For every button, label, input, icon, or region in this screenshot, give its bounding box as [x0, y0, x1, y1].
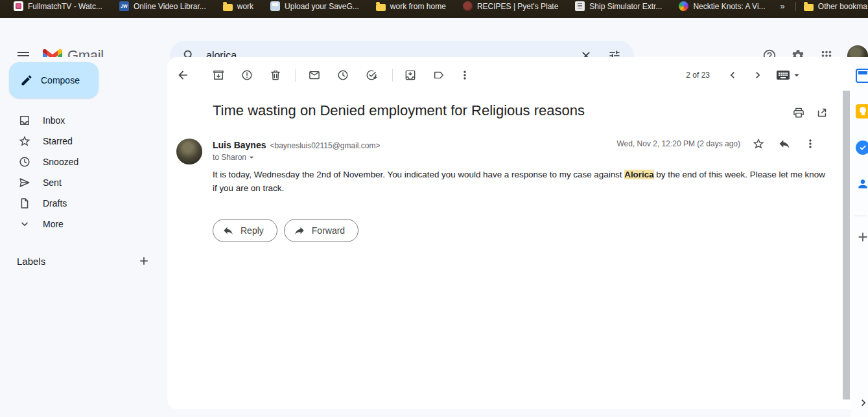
move-to-button[interactable] [397, 62, 423, 88]
envelope-icon [308, 69, 321, 82]
recipient-text: to Sharon [213, 153, 246, 162]
forward-button[interactable]: Forward [284, 219, 358, 242]
tasks-icon[interactable] [856, 141, 868, 155]
newer-email-button[interactable] [720, 62, 745, 88]
more-vert-icon [458, 69, 471, 82]
trash-icon [269, 69, 282, 82]
browser-bookmarks-bar: FullmatchTV - Watc... JW Online Video Li… [0, 0, 868, 18]
bookmark-label: Necktie Knots: A Vi... [693, 2, 765, 11]
reply-arrow-icon [222, 225, 234, 236]
star-message-button[interactable] [745, 131, 771, 157]
labels-section-header: Labels [0, 248, 167, 274]
sidebar-item-starred[interactable]: Starred [0, 131, 167, 152]
open-in-new-window-button[interactable] [809, 100, 835, 126]
input-tools-button[interactable] [769, 62, 809, 88]
report-spam-button[interactable] [234, 62, 260, 88]
sidebar-item-inbox[interactable]: Inbox [0, 110, 167, 131]
print-icon [792, 106, 805, 119]
bookmark-folder-work-from-home[interactable]: work from home [368, 1, 454, 12]
open-in-new-icon [815, 106, 828, 119]
pencil-icon [20, 74, 33, 87]
sidebar-item-label: Starred [43, 136, 73, 146]
back-button[interactable] [170, 62, 196, 88]
email-meta-actions: Wed, Nov 2, 12:20 PM (2 days ago) [616, 133, 823, 154]
bookmark-label: work [237, 2, 253, 11]
bookmark-necktie-knots[interactable]: Necktie Knots: A Vi... [670, 1, 773, 12]
jw-favicon: JW [119, 1, 129, 11]
compose-button[interactable]: Compose [9, 62, 99, 98]
message-more-button[interactable] [797, 131, 823, 157]
keep-icon[interactable] [856, 104, 868, 118]
bookmark-label: FullmatchTV - Watc... [28, 2, 102, 11]
vertical-scrollbar[interactable] [843, 91, 850, 400]
create-label-button[interactable] [132, 249, 156, 273]
reply-arrow-icon [778, 137, 791, 150]
print-button[interactable] [786, 100, 812, 126]
knot-favicon [679, 1, 688, 11]
sender-name: Luis Baynes [213, 140, 266, 150]
snooze-button[interactable] [330, 62, 356, 88]
bookmark-upload-savegame[interactable]: Upload your SaveG... [262, 1, 368, 12]
reply-label: Reply [240, 225, 264, 236]
labels-title: Labels [0, 256, 132, 267]
sidebar-item-sent[interactable]: Sent [0, 172, 167, 193]
bookmark-ship-simulator[interactable]: Ship Simulator Extr... [567, 1, 670, 12]
report-icon [240, 69, 253, 82]
bookmark-recipes[interactable]: RECIPES | Pyet's Plate [454, 1, 567, 12]
pagination-counter: 2 of 23 [686, 62, 710, 88]
other-bookmarks-button[interactable]: Other bookma [800, 1, 868, 12]
gmail-sidebar: Compose Inbox Starred Snoozed [0, 57, 167, 417]
older-email-button[interactable] [745, 62, 771, 88]
calendar-icon[interactable] [856, 69, 868, 83]
star-icon [18, 135, 31, 148]
bookmark-label: work from home [390, 2, 446, 11]
get-add-ons-button[interactable] [856, 230, 868, 244]
reply-button[interactable]: Reply [213, 219, 277, 242]
sender-avatar[interactable] [176, 139, 202, 164]
add-to-tasks-button[interactable] [358, 62, 384, 88]
archive-button[interactable] [205, 62, 231, 88]
plate-favicon [463, 1, 473, 11]
sidebar-item-label: Drafts [43, 198, 67, 208]
sidebar-item-label: Sent [43, 177, 62, 188]
email-body: It is today, Wednesday the 2nd of Novemb… [213, 168, 830, 195]
sidebar-nav: Inbox Starred Snoozed Sent [0, 110, 167, 234]
body-text-before: It is today, Wednesday the 2nd of Novemb… [213, 170, 624, 179]
recipient-toggle[interactable]: to Sharon [213, 152, 257, 163]
search-highlighted-term: Alorica [624, 170, 653, 179]
bookmark-label: Upload your SaveG... [285, 2, 359, 11]
more-options-button[interactable] [452, 62, 478, 88]
inbox-icon [18, 114, 31, 127]
bookmark-online-video-library[interactable]: JW Online Video Librar... [111, 1, 215, 12]
delete-button[interactable] [263, 62, 288, 88]
forward-label: Forward [312, 225, 345, 236]
google-side-panel [850, 57, 868, 417]
sidebar-item-label: Snoozed [43, 157, 78, 167]
plus-icon [137, 254, 150, 267]
back-arrow-icon [176, 69, 189, 82]
contacts-icon[interactable] [856, 177, 868, 191]
forward-arrow-icon [294, 225, 305, 236]
labels-button[interactable] [426, 62, 452, 88]
side-panel-divider [854, 216, 867, 216]
clock-icon [336, 69, 349, 82]
sidebar-item-drafts[interactable]: Drafts [0, 193, 167, 214]
email-timestamp: Wed, Nov 2, 12:20 PM (2 days ago) [616, 139, 740, 148]
hide-side-panel-button[interactable] [857, 396, 868, 411]
bookmark-fullmatchtv[interactable]: FullmatchTV - Watc... [5, 1, 111, 12]
tv-favicon [14, 1, 23, 11]
star-icon [752, 137, 765, 150]
sidebar-item-snoozed[interactable]: Snoozed [0, 152, 167, 172]
reply-icon-button[interactable] [771, 131, 797, 157]
sidebar-item-more[interactable]: More [0, 214, 167, 234]
bookmark-label: RECIPES | Pyet's Plate [477, 2, 558, 11]
bookmark-folder-work[interactable]: work [215, 1, 262, 12]
mark-unread-button[interactable] [301, 62, 327, 88]
bookmarks-overflow-chevron[interactable]: » [774, 1, 792, 11]
more-vert-icon [804, 137, 817, 150]
sidebar-item-label: Inbox [43, 115, 65, 126]
send-icon [18, 176, 31, 189]
folder-icon [223, 4, 233, 11]
gmail-app-window: FullmatchTV - Watc... JW Online Video Li… [0, 0, 868, 417]
chevron-right-icon [751, 69, 764, 82]
